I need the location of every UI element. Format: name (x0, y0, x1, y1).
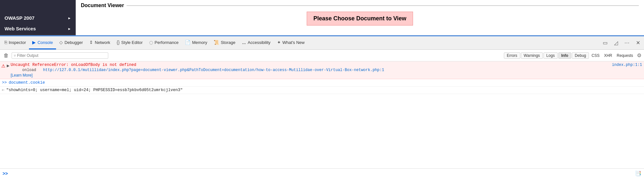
style-editor-icon: {} (117, 40, 120, 45)
sidebar-item-owasp-label: OWASP 2007 (5, 15, 34, 21)
console-error-content: Uncaught ReferenceError: onLoadOfBody is… (11, 63, 609, 78)
filter-output-input[interactable] (17, 53, 106, 58)
devtools-panel: ⎘ Inspector ▶ Console ◇ Debugger ⇕ Netwo… (0, 36, 644, 178)
toolbar-right: ▭ ◿ ⋯ ✕ (600, 38, 643, 48)
error-expand-icon[interactable]: ▶ (7, 64, 9, 68)
error-onload-keyword: onload (22, 68, 36, 72)
document-viewer-title: Document Viewer (81, 3, 639, 8)
sidebar-item-owasp[interactable]: OWASP 2007 ► (0, 13, 76, 23)
network-icon: ⇕ (89, 40, 93, 45)
document-viewer-area: Document Viewer Please Choose Document t… (76, 0, 644, 35)
settings-gear-icon[interactable]: ⚙ (637, 52, 641, 58)
cookie-value-output: "showhints=0; username=mel; uid=24; PHPS… (6, 88, 183, 92)
console-input-field[interactable] (10, 171, 632, 176)
filter-warnings-button[interactable]: Warnings (521, 52, 543, 59)
learn-more-wrap: [Learn More] (11, 72, 609, 78)
filter-info-button[interactable]: Info (558, 52, 571, 59)
console-output-row-1: ← "showhints=0; username=mel; uid=24; PH… (0, 87, 644, 94)
tab-performance[interactable]: ◌ Performance (146, 36, 182, 49)
tab-inspector-label: Inspector (9, 40, 26, 45)
filter-logs-button[interactable]: Logs (543, 52, 558, 59)
responsive-design-button[interactable]: ▭ (600, 38, 610, 48)
console-filter-bar: 🗑 ▿ Errors Warnings Logs Info Debug CSS … (0, 50, 644, 61)
filter-input-wrap: ▿ (12, 52, 108, 59)
error-onload-label (11, 68, 20, 72)
sidebar-item-webservices-label: Web Services (5, 26, 36, 31)
inspector-icon: ⎘ (5, 40, 7, 45)
sidebar-item-webservices[interactable]: Web Services ► (0, 23, 76, 34)
tab-network[interactable]: ⇕ Network (86, 36, 113, 49)
document-cookie-command: document.cookie (9, 80, 45, 85)
tab-storage[interactable]: 📜 Storage (210, 36, 239, 49)
filter-css-button[interactable]: CSS (590, 53, 601, 58)
tab-accessibility-label: Accessibility (248, 40, 271, 45)
storage-icon: 📜 (214, 40, 219, 45)
tab-storage-label: Storage (221, 40, 235, 45)
filter-xhr-button[interactable]: XHR (602, 53, 614, 58)
tab-console-label: Console (37, 40, 53, 45)
tab-console[interactable]: ▶ Console (29, 36, 56, 49)
output-arrow-icon: ← (2, 88, 5, 92)
choose-doc-banner: Please Choose Document to View (307, 12, 413, 26)
tab-memory-label: Memory (192, 40, 207, 45)
tab-accessibility[interactable]: ⚋ Accessibility (239, 36, 274, 49)
tab-whats-new[interactable]: ✦ What's New (274, 36, 308, 49)
tab-debugger-label: Debugger (64, 40, 83, 45)
tab-memory[interactable]: 📄 Memory (182, 36, 210, 49)
console-prompt-icon: >> (3, 171, 8, 176)
dock-button[interactable]: ◿ (611, 38, 621, 48)
filter-icon: ▿ (14, 53, 16, 58)
error-icon: ⚠ (1, 63, 5, 68)
more-tools-button[interactable]: ⋯ (622, 38, 632, 48)
debugger-icon: ◇ (59, 40, 63, 45)
tab-inspector[interactable]: ⎘ Inspector (1, 36, 29, 49)
input-prompt-icon: >> (2, 80, 7, 85)
filter-requests-button[interactable]: Requests (615, 53, 635, 58)
console-input-row-1: >> document.cookie (0, 79, 644, 87)
whats-new-icon: ✦ (277, 40, 281, 45)
accessibility-icon: ⚋ (242, 40, 246, 45)
console-content: ⚠ ▶ Uncaught ReferenceError: onLoadOfBod… (0, 61, 644, 168)
error-detail-text: onload http://127.0.0.1/mutillidae/index… (11, 68, 609, 72)
clear-console-button[interactable]: 🗑 (3, 52, 10, 59)
filter-debug-button[interactable]: Debug (572, 52, 589, 59)
tab-performance-label: Performance (155, 40, 178, 45)
tab-style-editor-label: Style Editor (121, 40, 142, 45)
performance-icon: ◌ (149, 40, 153, 45)
console-error-row: ⚠ ▶ Uncaught ReferenceError: onLoadOfBod… (0, 61, 644, 79)
sidebar-arrow-owasp: ► (68, 16, 71, 20)
tab-whats-new-label: What's New (283, 40, 305, 45)
console-icon: ▶ (32, 40, 36, 45)
filter-errors-button[interactable]: Errors (504, 52, 520, 59)
notebook-icon[interactable]: 📑 (635, 170, 641, 176)
tab-network-label: Network (95, 40, 110, 45)
tab-debugger[interactable]: ◇ Debugger (56, 36, 86, 49)
learn-more-link[interactable]: [Learn More] (11, 73, 33, 78)
devtools-toolbar: ⎘ Inspector ▶ Console ◇ Debugger ⇕ Netwo… (0, 36, 644, 50)
sidebar: OWASP 2007 ► Web Services ► (0, 0, 76, 35)
close-devtools-button[interactable]: ✕ (633, 38, 643, 48)
memory-icon: 📄 (185, 40, 190, 45)
error-main-text: Uncaught ReferenceError: onLoadOfBody is… (11, 63, 609, 67)
sidebar-arrow-webservices: ► (68, 27, 71, 31)
error-url-link[interactable]: http://127.0.0.1/mutillidae/index.php?pa… (43, 68, 384, 72)
console-input-bar: >> 📑 (0, 168, 644, 178)
tab-style-editor[interactable]: {} Style Editor (113, 36, 146, 49)
error-location-link[interactable]: index.php:1:1 (609, 63, 642, 67)
filter-buttons: Errors Warnings Logs Info Debug CSS XHR … (504, 52, 641, 59)
